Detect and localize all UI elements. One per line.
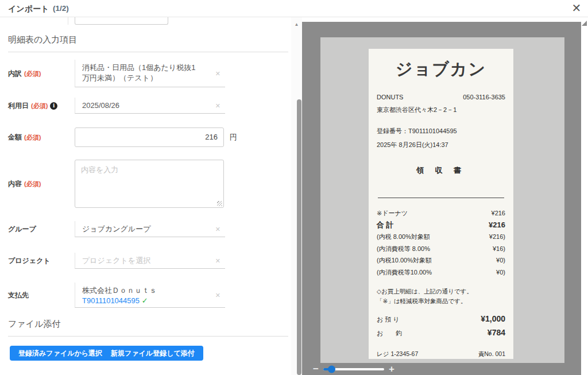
resize-handle[interactable]: [217, 201, 222, 206]
zoom-slider-track[interactable]: [323, 368, 384, 370]
project-select[interactable]: プロジェクトを選択 ✕: [75, 253, 225, 269]
receipt-tax-row: (内税 8.00%対象額 ¥216): [377, 231, 505, 243]
receipt-amount-rows: ※ドーナツ ¥216 合 計 ¥216 (内税 8.00%対象額 ¥216): [377, 207, 505, 278]
clear-icon[interactable]: ✕: [215, 102, 220, 109]
scrollbar-thumb[interactable]: [297, 99, 301, 375]
field-label-usage-date: 利用日 (必須) i: [8, 98, 75, 114]
section-title-file-attachment: ファイル添付: [8, 319, 288, 337]
field-label-amount: 金額 (必須): [8, 127, 75, 147]
receipt-notes: ◇お買上明細は、上記の通りです。 「※」は軽減税率対象商品です。: [377, 287, 505, 306]
receipt-tax-row: (内消費税等10.00% ¥0): [377, 266, 505, 279]
zoom-slider-thumb[interactable]: [328, 366, 335, 373]
required-badge: (必須): [24, 180, 41, 188]
receipt-tax-row: (内税10.00%対象額 ¥0): [377, 254, 505, 266]
receipt-paper: ジョブカン DONUTS 050-3116-3635 東京都渋谷区代々木2－2－…: [369, 49, 513, 359]
usage-date-input[interactable]: 2025/08/26 ✕: [75, 98, 225, 114]
field-label-description: 内容 (必須): [8, 179, 75, 189]
close-icon[interactable]: ✕: [570, 1, 583, 15]
receipt-register-number: レジ 1-2345-67: [377, 350, 418, 358]
receipt-item-row: ※ドーナツ ¥216: [377, 207, 505, 219]
zoom-out-icon[interactable]: −: [313, 365, 319, 373]
field-row-amount: 金額 (必須) 216 円: [8, 127, 288, 147]
field-row-payee: 支払先 株式会社Ｄｏｎｕｔｓ T9011101044595 ✓ ✕: [8, 283, 288, 308]
field-label-payee: 支払先: [8, 283, 75, 308]
field-row-group: グループ ジョブカングループ ✕: [8, 221, 288, 237]
required-badge: (必須): [24, 133, 41, 142]
group-select[interactable]: ジョブカングループ ✕: [75, 221, 225, 237]
receipt-doc-title: 領 収 書: [377, 165, 505, 176]
receipt-preview-panel: ジョブカン DONUTS 050-3116-3635 東京都渋谷区代々木2－2－…: [302, 22, 581, 375]
description-textarea[interactable]: 内容を入力: [75, 160, 224, 208]
receipt-store-line: DONUTS 050-3116-3635: [377, 94, 505, 100]
clear-icon[interactable]: ✕: [215, 257, 220, 264]
detail-form: 明細表の入力項目 内訳 (必須) 消耗品・日用品（1個あたり税抜1万円未満）（テ…: [0, 17, 291, 375]
register-new-file-button[interactable]: 新規ファイル登録して添付: [102, 346, 203, 361]
receipt-address: 東京都渋谷区代々木2－2－1: [377, 106, 505, 114]
attachment-buttons: 登録済みファイルから選択 新規ファイル登録して添付: [10, 346, 280, 361]
receipt-clerk-number: 責No. 001: [478, 350, 505, 358]
field-row-breakdown: 内訳 (必須) 消耗品・日用品（1個あたり税抜1万円未満）（テスト） ✕: [8, 60, 288, 87]
info-icon[interactable]: i: [50, 102, 57, 110]
receipt-tax-row: (内消費税等 8.00% ¥16): [377, 243, 505, 255]
select-existing-file-button[interactable]: 登録済みファイルから選択: [10, 346, 111, 361]
receipt-photo[interactable]: ジョブカン DONUTS 050-3116-3635 東京都渋谷区代々木2－2－…: [320, 37, 564, 363]
field-label-group: グループ: [8, 221, 75, 237]
field-row-description: 内容 (必須) 内容を入力: [8, 160, 288, 208]
payee-registration-link[interactable]: T9011101044595: [82, 296, 140, 305]
field-row-usage-date: 利用日 (必須) i 2025/08/26 ✕: [8, 98, 288, 114]
check-icon: ✓: [142, 296, 148, 305]
receipt-deposit-row: お 預 り ¥1,000: [377, 314, 505, 324]
field-label-project: プロジェクト: [8, 253, 75, 269]
receipt-logo: ジョブカン: [377, 58, 505, 81]
receipt-payment-rows: お 預 り ¥1,000 お 釣 ¥784: [377, 314, 505, 338]
clear-icon[interactable]: ✕: [215, 69, 220, 77]
receipt-divider: [378, 198, 504, 198]
modal-header: インポート (1/2) ✕: [0, 0, 588, 17]
page-title: インポート: [8, 4, 49, 14]
scrolled-partial-input[interactable]: [75, 17, 168, 25]
receipt-datetime: 2025年 8月26日(火)14:37: [377, 141, 505, 149]
clear-icon[interactable]: ✕: [215, 291, 220, 299]
receipt-phone: 050-3116-3635: [463, 94, 505, 100]
section-title-detail-items: 明細表の入力項目: [8, 34, 288, 52]
required-badge: (必須): [31, 102, 48, 110]
import-modal: インポート (1/2) ✕ 明細表の入力項目 内訳 (必須) 消耗品・日用品（1…: [0, 0, 588, 375]
amount-input[interactable]: 216: [75, 127, 224, 147]
receipt-footer: レジ 1-2345-67 責No. 001: [377, 350, 505, 358]
receipt-change-row: お 釣 ¥784: [377, 328, 505, 338]
required-badge: (必須): [24, 69, 41, 78]
receipt-registration-number: 登録番号：T9011101044595: [377, 127, 505, 136]
receipt-total-row: 合 計 ¥216: [377, 219, 505, 231]
scroll-up-icon[interactable]: ▲: [291, 22, 302, 27]
divider: [68, 17, 68, 25]
clear-icon[interactable]: ✕: [215, 225, 220, 233]
breakdown-input[interactable]: 消耗品・日用品（1個あたり税抜1万円未満）（テスト） ✕: [75, 60, 225, 87]
page-indicator: (1/2): [53, 4, 69, 13]
receipt-store-name: DONUTS: [377, 94, 403, 100]
payee-select[interactable]: 株式会社Ｄｏｎｕｔｓ T9011101044595 ✓ ✕: [75, 283, 225, 308]
field-label-breakdown: 内訳 (必須): [8, 60, 75, 87]
panel-corner-artifact: [582, 21, 587, 26]
zoom-slider: − +: [313, 365, 394, 373]
form-scrollbar[interactable]: ▲: [291, 17, 302, 375]
field-row-project: プロジェクト プロジェクトを選択 ✕: [8, 253, 288, 269]
amount-unit: 円: [230, 132, 237, 142]
zoom-in-icon[interactable]: +: [389, 365, 394, 373]
